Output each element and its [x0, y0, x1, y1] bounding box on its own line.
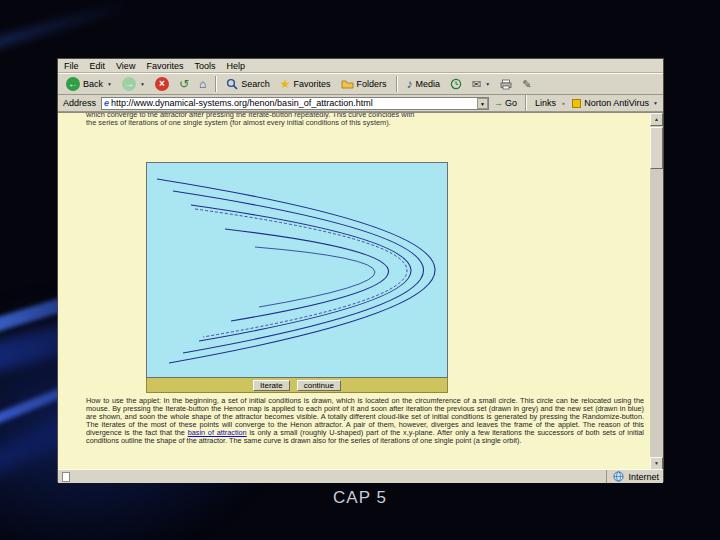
henon-applet: Iterate continue	[146, 162, 448, 393]
go-button[interactable]: → Go	[494, 98, 517, 108]
slide-caption: CAP 5	[0, 488, 720, 508]
iterate-button[interactable]: Iterate	[253, 380, 290, 391]
media-button[interactable]: ♪ Media	[403, 77, 445, 91]
links-label[interactable]: Links	[535, 98, 556, 108]
forward-dropdown-icon[interactable]: ▼	[140, 81, 145, 87]
back-icon: ←	[66, 77, 80, 91]
media-icon: ♪	[407, 78, 413, 90]
menu-file[interactable]: File	[64, 61, 79, 71]
mail-button[interactable]: ✉ ▼	[468, 77, 494, 91]
print-icon	[500, 79, 512, 90]
forward-button[interactable]: → ▼	[118, 76, 149, 92]
back-button[interactable]: ← Back ▼	[62, 76, 116, 92]
menu-edit[interactable]: Edit	[90, 61, 106, 71]
address-input[interactable]	[111, 98, 477, 109]
addressbar-separator	[525, 95, 527, 111]
applet-canvas[interactable]	[146, 162, 448, 378]
forward-icon: →	[122, 77, 136, 91]
intro-line-2: the series of iterations of one single s…	[86, 119, 644, 127]
go-arrow-icon: →	[494, 98, 503, 108]
address-bar: Address e ▼ → Go Links » Norton AntiViru…	[58, 95, 663, 112]
mail-icon: ✉	[472, 78, 481, 90]
home-button[interactable]: ⌂	[195, 77, 210, 91]
stop-button[interactable]: ×	[151, 76, 173, 92]
favorites-star-icon: ★	[280, 78, 291, 90]
address-field: e ▼	[101, 97, 489, 110]
scrollbar-thumb[interactable]	[650, 127, 663, 169]
norton-toolbar: Norton AntiVirus ▼	[572, 98, 658, 108]
refresh-button[interactable]: ↺	[175, 77, 193, 91]
address-dropdown-icon[interactable]: ▼	[477, 98, 488, 109]
back-dropdown-icon[interactable]: ▼	[107, 81, 112, 87]
status-bar: Internet	[58, 469, 663, 483]
browser-window: File Edit View Favorites Tools Help ← Ba…	[57, 58, 664, 482]
back-label: Back	[83, 79, 103, 89]
toolbar-separator	[396, 76, 398, 92]
menu-help[interactable]: Help	[226, 61, 245, 71]
toolbar-separator	[215, 76, 217, 92]
vertical-scrollbar[interactable]: ▲ ▼	[650, 113, 663, 469]
norton-icon	[572, 99, 581, 108]
folders-label: Folders	[357, 79, 387, 89]
search-icon	[226, 78, 238, 90]
norton-label: Norton AntiVirus	[584, 98, 649, 108]
menu-view[interactable]: View	[116, 61, 135, 71]
applet-button-strip: Iterate continue	[146, 378, 448, 393]
refresh-icon: ↺	[179, 78, 189, 90]
intro-text: which converge to the attractor after pr…	[86, 112, 644, 128]
status-page-icon	[62, 472, 70, 482]
slide: { "slide": { "caption": "CAP 5" }, "brow…	[0, 0, 720, 540]
menu-favorites[interactable]: Favorites	[146, 61, 183, 71]
search-button[interactable]: Search	[222, 77, 274, 91]
globe-icon	[613, 471, 624, 482]
henon-attractor-curves	[147, 163, 447, 377]
favorites-button[interactable]: ★ Favorites	[276, 77, 335, 91]
go-label: Go	[505, 98, 517, 108]
status-zone: Internet	[606, 470, 659, 483]
favorites-label: Favorites	[294, 79, 331, 89]
history-button[interactable]	[446, 77, 466, 91]
menu-tools[interactable]: Tools	[194, 61, 215, 71]
links-chevron-icon[interactable]: »	[562, 100, 565, 106]
status-zone-label: Internet	[628, 472, 659, 482]
page-favicon: e	[104, 98, 109, 108]
folders-button[interactable]: Folders	[337, 78, 391, 90]
address-label: Address	[63, 98, 96, 108]
folder-icon	[341, 79, 354, 89]
home-icon: ⌂	[199, 78, 206, 90]
page-content: which converge to the attractor after pr…	[58, 112, 663, 469]
background-beam	[0, 0, 158, 54]
scroll-down-icon[interactable]: ▼	[650, 457, 663, 469]
search-label: Search	[241, 79, 270, 89]
edit-pencil-icon: ✎	[522, 78, 531, 90]
stop-icon: ×	[155, 77, 169, 91]
continue-button[interactable]: continue	[297, 380, 341, 391]
norton-dropdown-icon[interactable]: ▼	[653, 100, 658, 106]
edit-button[interactable]: ✎	[518, 77, 535, 91]
mail-dropdown-icon[interactable]: ▼	[485, 81, 490, 87]
description-paragraph: How to use the applet: In the beginning,…	[86, 397, 644, 446]
print-button[interactable]	[496, 78, 516, 91]
media-label: Media	[416, 79, 441, 89]
menu-bar: File Edit View Favorites Tools Help	[58, 59, 663, 73]
history-clock-icon	[450, 78, 462, 90]
toolbar: ← Back ▼ → ▼ × ↺ ⌂ Search ★ Favorites	[58, 73, 663, 95]
scroll-up-icon[interactable]: ▲	[650, 113, 663, 126]
